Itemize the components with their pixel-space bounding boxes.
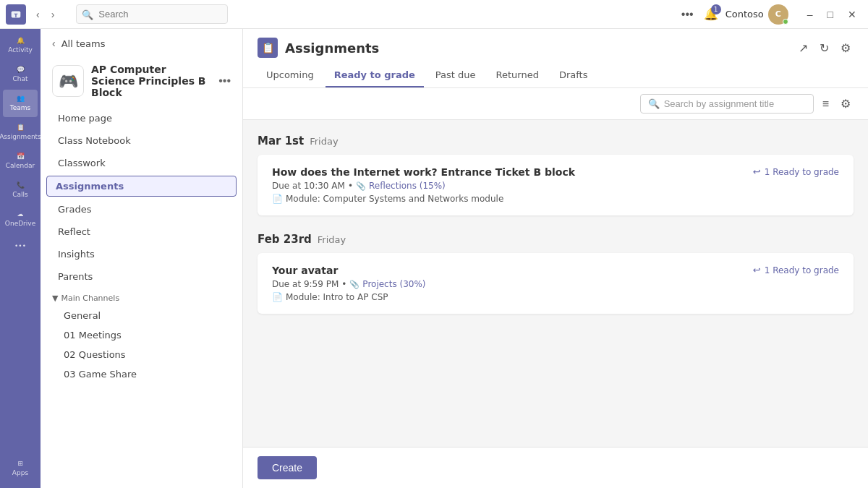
ready-count-1: 1 Ready to grade <box>765 167 839 177</box>
ready-badge-2[interactable]: ↩ 1 Ready to grade <box>753 265 839 275</box>
all-teams-back-button[interactable]: ‹ <box>52 38 56 49</box>
expand-icon: ▼ <box>52 294 58 303</box>
channel-general[interactable]: General <box>41 306 242 325</box>
date-sub-mar1: Friday <box>310 136 338 147</box>
onedrive-icon: ☁️ <box>17 211 24 218</box>
calls-icon: 📞 <box>17 182 25 189</box>
notification-button[interactable]: 🔔 1 <box>704 7 718 21</box>
filter-button[interactable]: ≡ <box>820 95 832 114</box>
forward-button[interactable]: › <box>47 6 59 23</box>
content-title: 📋 Assignments <box>258 38 379 58</box>
assignment-card-1: How does the Internet work? Entrance Tic… <box>258 155 854 215</box>
content-header: 📋 Assignments ↗ ↻ ⚙ Upcoming Ready to gr… <box>243 29 868 88</box>
channel-gameshare[interactable]: 03 Game Share <box>41 364 242 384</box>
expand-button[interactable]: ↗ <box>796 38 811 58</box>
ready-badge-1[interactable]: ↩ 1 Ready to grade <box>753 166 839 177</box>
attachment-icon-1: 📎 <box>356 181 366 191</box>
nav-item-classnotebook[interactable]: Class Notebook <box>41 129 242 152</box>
sidebar-item-teams[interactable]: 👥 Teams <box>3 90 38 117</box>
channel-questions[interactable]: 02 Questions <box>41 345 242 364</box>
assignment-module-2: 📄 Module: Intro to AP CSP <box>272 292 753 302</box>
assignment-title-1[interactable]: How does the Internet work? Entrance Tic… <box>272 166 753 178</box>
nav-item-insights[interactable]: Insights <box>41 243 242 265</box>
more-icon: ••• <box>14 243 26 249</box>
settings-button[interactable]: ⚙ <box>838 38 854 58</box>
team-info: 🎮 AP Computer Science Principles B Block… <box>41 58 242 107</box>
chat-icon: 💬 <box>17 67 25 73</box>
team-more-button[interactable]: ••• <box>218 74 231 87</box>
assignment-due-time-2: Due at 9:59 PM <box>272 279 339 289</box>
svg-text:T: T <box>14 12 18 18</box>
assignment-link-1[interactable]: Reflections (15%) <box>369 181 446 191</box>
nav-item-classwork[interactable]: Classwork <box>41 152 242 174</box>
assignment-module-text-2: Module: Intro to AP CSP <box>286 292 388 302</box>
maximize-button[interactable]: □ <box>822 7 839 22</box>
user-area[interactable]: Contoso C <box>726 4 788 25</box>
global-search-input[interactable] <box>76 4 228 24</box>
sidebar-item-calendar[interactable]: 📅 Calendar <box>3 147 38 175</box>
user-name: Contoso <box>726 9 764 20</box>
tab-upcoming[interactable]: Upcoming <box>258 64 323 87</box>
assignment-title-2[interactable]: Your avatar <box>272 265 753 276</box>
sidebar-item-apps[interactable]: ⊞ Apps <box>3 455 38 482</box>
activity-label: Activity <box>8 46 33 53</box>
assignment-time-2: Due at 9:59 PM • 📎 Projects (30%) <box>272 279 753 289</box>
sidebar-item-activity[interactable]: 🔔 Activity <box>3 32 38 59</box>
date-main-feb23: Feb 23rd <box>258 233 312 246</box>
date-section-mar1: Mar 1st Friday How does the Internet wor… <box>258 134 854 215</box>
back-button[interactable]: ‹ <box>32 6 44 23</box>
assignment-info-2: Your avatar Due at 9:59 PM • 📎 Projects … <box>272 265 753 302</box>
assignment-module-1: 📄 Module: Computer Systems and Networks … <box>272 194 753 204</box>
date-sub-feb23: Friday <box>318 234 346 245</box>
header-actions: ↗ ↻ ⚙ <box>796 38 854 58</box>
content-footer: Create <box>243 447 868 488</box>
tab-drafts[interactable]: Drafts <box>550 64 597 87</box>
refresh-button[interactable]: ↻ <box>817 38 832 58</box>
team-name: AP Computer Science Principles B Block <box>91 64 211 98</box>
nav-item-parents[interactable]: Parents <box>41 265 242 288</box>
search-wrapper: 🔍 <box>76 4 228 24</box>
content-area: 📋 Assignments ↗ ↻ ⚙ Upcoming Ready to gr… <box>243 29 868 488</box>
calendar-label: Calendar <box>6 162 35 169</box>
onedrive-label: OneDrive <box>5 220 35 227</box>
date-section-feb23: Feb 23rd Friday Your avatar Due at 9:59 … <box>258 233 854 314</box>
ready-count-2: 1 Ready to grade <box>765 265 839 275</box>
tab-readytograde[interactable]: Ready to grade <box>326 64 424 87</box>
assignment-info-1: How does the Internet work? Entrance Tic… <box>272 166 753 204</box>
assignment-link-2[interactable]: Projects (30%) <box>362 279 425 289</box>
minimize-button[interactable]: – <box>801 7 819 22</box>
nav-item-assignments[interactable]: Assignments <box>46 176 237 197</box>
tab-returned[interactable]: Returned <box>488 64 548 87</box>
channels-label: Main Channels <box>61 294 119 303</box>
title-bar-left: T ‹ › 🔍 <box>6 4 239 25</box>
nav-item-grades[interactable]: Grades <box>41 198 242 221</box>
sidebar-item-chat[interactable]: 💬 Chat <box>3 61 38 88</box>
sidebar-item-calls[interactable]: 📞 Calls <box>3 176 38 204</box>
more-options-button[interactable]: ••• <box>678 5 697 24</box>
apps-label: Apps <box>12 469 28 476</box>
assignment-due-time-1: Due at 10:30 AM <box>272 181 345 191</box>
nav-item-reflect[interactable]: Reflect <box>41 221 242 243</box>
calendar-icon: 📅 <box>17 153 25 160</box>
sidebar-item-onedrive[interactable]: ☁️ OneDrive <box>3 205 38 233</box>
assignment-card-inner-2: Your avatar Due at 9:59 PM • 📎 Projects … <box>272 265 839 302</box>
team-emoji: 🎮 <box>59 72 78 90</box>
close-button[interactable]: ✕ <box>842 7 862 22</box>
assignment-search-icon: 🔍 <box>648 98 660 109</box>
nav-item-homepage[interactable]: Home page <box>41 107 242 129</box>
main-layout: 🔔 Activity 💬 Chat 👥 Teams 📋 Assignments … <box>0 29 868 488</box>
content-body: Mar 1st Friday How does the Internet wor… <box>243 120 868 447</box>
tab-pastdue[interactable]: Past due <box>427 64 485 87</box>
settings-assignments-button[interactable]: ⚙ <box>838 94 854 114</box>
activity-icon: 🔔 <box>17 38 25 44</box>
sidebar-item-assignments[interactable]: 📋 Assignments <box>3 119 38 146</box>
channel-meetings[interactable]: 01 Meetings <box>41 325 242 345</box>
all-teams-label: All teams <box>61 38 106 49</box>
channels-header[interactable]: ▼ Main Channels <box>41 288 242 306</box>
create-button[interactable]: Create <box>258 456 317 479</box>
notification-badge: 1 <box>711 4 721 14</box>
nav-buttons: ‹ › <box>32 6 59 23</box>
sidebar-item-more[interactable]: ••• <box>3 237 38 255</box>
assignments-label: Assignments <box>0 133 41 140</box>
assignment-search-input[interactable] <box>664 98 806 109</box>
